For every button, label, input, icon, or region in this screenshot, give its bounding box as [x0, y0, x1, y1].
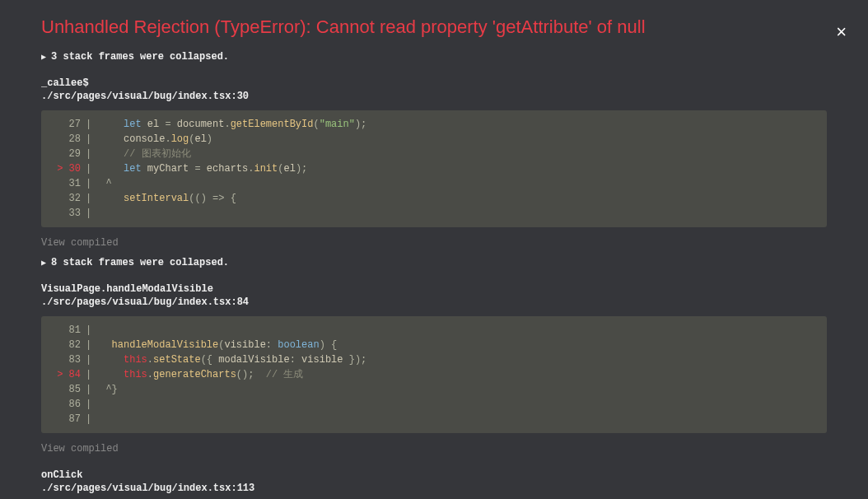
gutter-pipe: | [86, 397, 100, 412]
code-content: this.setState({ modalVisible: visible })… [100, 352, 366, 367]
line-number: 83 [49, 352, 86, 367]
code-content: ^} [100, 382, 118, 397]
code-block-1: 27 | let el = document.getElementById("m… [41, 110, 827, 227]
line-number: 82 [49, 338, 86, 352]
frame-fn: VisualPage.handleModalVisible [41, 283, 827, 295]
code-content: setInterval(() => { [100, 191, 236, 206]
code-line: 81 | [41, 323, 827, 338]
code-content: console.log(el) [100, 132, 212, 147]
stack-frame-3: onClick ./src/pages/visual/bug/index.tsx… [41, 469, 827, 494]
gutter-pipe: | [86, 176, 100, 191]
frame-fn: _callee$ [41, 77, 827, 89]
frame-src: ./src/pages/visual/bug/index.tsx:30 [41, 91, 827, 102]
view-compiled-link[interactable]: View compiled [41, 443, 827, 455]
collapsed-frames-2[interactable]: 8 stack frames were collapsed. [41, 257, 827, 268]
code-line: 85 | ^} [41, 382, 827, 397]
code-line: 27 | let el = document.getElementById("m… [41, 117, 827, 132]
gutter-pipe: | [86, 147, 100, 161]
line-number: 81 [49, 323, 86, 338]
gutter-pipe: | [86, 338, 100, 352]
line-number: 87 [49, 412, 86, 427]
line-number: > 30 [49, 161, 86, 176]
code-content: this.generateCharts(); // 生成 [100, 367, 303, 382]
gutter-pipe: | [86, 382, 100, 397]
code-line: 28 | console.log(el) [41, 132, 827, 147]
code-content: let el = document.getElementById("main")… [100, 117, 366, 132]
gutter-pipe: | [86, 161, 100, 176]
frame-src: ./src/pages/visual/bug/index.tsx:113 [41, 483, 827, 494]
code-line: 32 | setInterval(() => { [41, 191, 827, 206]
code-block-2: 81 | 82 | handleModalVisible(visible: bo… [41, 316, 827, 433]
line-number: 33 [49, 206, 86, 221]
line-number: 85 [49, 382, 86, 397]
line-number: 27 [49, 117, 86, 132]
close-icon[interactable]: × [836, 23, 847, 41]
line-number: 31 [49, 176, 86, 191]
code-content: ^ [100, 176, 111, 191]
code-content: // 图表初始化 [100, 147, 190, 161]
line-number: 29 [49, 147, 86, 161]
error-overlay: Unhandled Rejection (TypeError): Cannot … [0, 0, 868, 499]
code-line: 82 | handleModalVisible(visible: boolean… [41, 338, 827, 352]
code-line: 87 | [41, 412, 827, 427]
code-line: 83 | this.setState({ modalVisible: visib… [41, 352, 827, 367]
gutter-pipe: | [86, 117, 100, 132]
frame-fn: onClick [41, 469, 827, 481]
gutter-pipe: | [86, 132, 100, 147]
error-title: Unhandled Rejection (TypeError): Cannot … [41, 16, 827, 38]
line-number: 32 [49, 191, 86, 206]
line-number: 86 [49, 397, 86, 412]
gutter-pipe: | [86, 191, 100, 206]
code-line-error: > 84 | this.generateCharts(); // 生成 [41, 367, 827, 382]
code-content: let myChart = echarts.init(el); [100, 161, 307, 176]
gutter-pipe: | [86, 206, 100, 221]
code-line: 86 | [41, 397, 827, 412]
gutter-pipe: | [86, 352, 100, 367]
stack-frame-1: _callee$ ./src/pages/visual/bug/index.ts… [41, 77, 827, 102]
code-line: 33 | [41, 206, 827, 221]
code-line-error: > 30 | let myChart = echarts.init(el); [41, 161, 827, 176]
view-compiled-link[interactable]: View compiled [41, 237, 827, 249]
stack-frame-2: VisualPage.handleModalVisible ./src/page… [41, 283, 827, 308]
line-number: > 84 [49, 367, 86, 382]
frame-src: ./src/pages/visual/bug/index.tsx:84 [41, 296, 827, 308]
code-line: 31 | ^ [41, 176, 827, 191]
line-number: 28 [49, 132, 86, 147]
code-line: 29 | // 图表初始化 [41, 147, 827, 161]
gutter-pipe: | [86, 367, 100, 382]
gutter-pipe: | [86, 323, 100, 338]
code-content: handleModalVisible(visible: boolean) { [100, 338, 337, 352]
collapsed-frames-1[interactable]: 3 stack frames were collapsed. [41, 51, 827, 63]
gutter-pipe: | [86, 412, 100, 427]
